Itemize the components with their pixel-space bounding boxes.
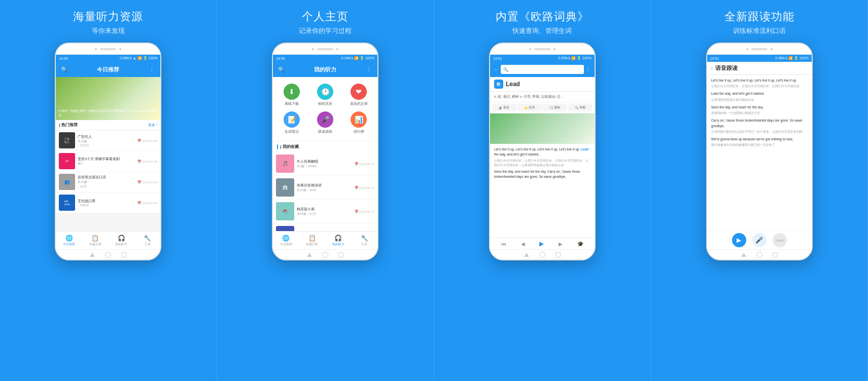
player-play-icon[interactable]: ▶ (539, 240, 544, 247)
nav-tools-1[interactable]: 🔧 工具 (134, 235, 161, 247)
grid-favorites[interactable]: ❤ 喜欢的文章 (342, 81, 375, 109)
dict-actions: 🔊 发音 ⭐ 生词 📋 复制 🔍 详细 (490, 102, 595, 113)
list-item-3[interactable]: talkshow 艾伦脱口秀 ↓ 93022 📅 2015-10-23 (56, 193, 160, 213)
status-bar-2: 14:50 0.18K/s 📶 🔋 100% (273, 55, 377, 62)
back-arrow-4[interactable]: ‹ (711, 66, 713, 71)
lyrics-3: Let's live it up, Let's live it up, Let'… (490, 144, 595, 238)
speaker-bar (100, 48, 116, 50)
grid-rank[interactable]: 📊 排行榜 (342, 109, 375, 137)
banner-1: 忙碌的一周接近尾声，跟随欢乐的音乐尽情舞动吧！——Live It Up 极情欢乐 (56, 77, 160, 120)
coll-item-3[interactable]: IELTS 剑桥雅思听力全真试题 10（大陆版） (273, 223, 377, 231)
phone-4-top-bar (707, 44, 812, 55)
favorites-circle: ❤ (351, 84, 367, 100)
player-controls-3: ⏮ ◀ ▶ ▶ 🎓 (490, 238, 595, 249)
play-btn-4[interactable]: ▶ (732, 233, 746, 247)
sensor-dot-2 (336, 48, 338, 50)
nav-category-1[interactable]: 📋 专题分类 (82, 235, 109, 247)
home-btn-2[interactable] (322, 252, 328, 258)
more-btn-4[interactable]: more (773, 233, 787, 247)
grid-followread[interactable]: 🎤 跟读训练 (308, 109, 342, 137)
back-btn-2[interactable] (307, 253, 312, 257)
vocab-btn[interactable]: ⭐ 生词 (517, 104, 542, 111)
more-icon-2[interactable]: ⋮ (364, 66, 373, 73)
player-back-icon[interactable]: ◀ (521, 241, 525, 247)
panel-1-title: 海量听力资源 (73, 9, 143, 24)
grid-download[interactable]: ⬇ 离线下载 (275, 81, 308, 109)
search-icon-2[interactable]: 🔍 (277, 66, 286, 73)
phone-2-hw-bar (273, 249, 377, 259)
copy-btn[interactable]: 📋 复制 (543, 104, 567, 111)
item-title-2: 必背英文面试口语 (78, 175, 135, 180)
nav-today-2[interactable]: 🌐 今日推荐 (273, 235, 299, 247)
recent-btn-3[interactable] (555, 252, 561, 257)
phone-4-content: Let's live it up, Let's live it up, Let'… (707, 75, 812, 249)
status-time-3: 14:51 (493, 57, 502, 60)
recent-btn-1[interactable] (121, 252, 126, 257)
highlighted-word: Lead (581, 147, 588, 151)
panel-1: 海量听力资源 等你来发现 14:49 0.09K/s ▲ 📶 🔋 100% 🔍 … (0, 0, 217, 381)
home-btn-4[interactable] (756, 252, 762, 258)
lyric-line-3-1: 让我们今天尽情狂欢，让我们今天尽情狂欢，让我们今天尽情狂欢，让我们今天尽情狂欢，… (494, 159, 591, 168)
followread-controls: ▶ 🎤 more (707, 231, 812, 249)
item-count-2: ↓ 25万 (78, 184, 135, 189)
phone-2-content: ⬇ 离线下载 🕐 收听历史 ❤ 喜欢的文章 📝 生词笔记 (273, 77, 377, 231)
phone-2-top-bar (273, 44, 377, 55)
coll-item-0[interactable]: 🎵 牛人经典翻唱 共2篇 ↓ 20508 📅 2015-08-27 (273, 152, 377, 176)
panel-2: 个人主页 记录你的学习过程 14:50 0.18K/s 📶 🔋 100% 🔍 我… (217, 0, 434, 381)
more-icon-1[interactable]: ⋮ (147, 66, 156, 73)
coll-count-1: 共20篇 ↓ 3030 (297, 188, 352, 193)
player-cap-icon[interactable]: 🎓 (577, 241, 583, 247)
pronounce-btn[interactable]: 🔊 发音 (492, 104, 516, 111)
thumb-2: 👥 (59, 174, 75, 190)
list-item-1[interactable]: EF 坚持1个月 用梯字幕看美剧 推广 📅 2015-10-26 (56, 151, 160, 172)
grid-notes[interactable]: 📝 生词笔记 (275, 109, 308, 137)
recent-btn-4[interactable] (773, 252, 778, 257)
coll-title-1: 布莱尔首相演讲 (297, 183, 352, 188)
phone-4-hw-bar (707, 249, 812, 259)
nav-tools-2[interactable]: 🔧 工具 (352, 235, 378, 247)
back-icon-3[interactable]: ← (494, 67, 499, 72)
status-bar-1: 14:49 0.09K/s ▲ 📶 🔋 100% (56, 55, 160, 62)
player-forward-icon[interactable]: ▶ (559, 241, 563, 247)
collection-header: | 我的收藏 (273, 141, 377, 152)
nav-listen-label-2: 我的听力 (332, 242, 344, 247)
list-item-0[interactable]: 广告狂人 广告狂人 共20篇 ↓ 13770 📅 2015-10-26 (56, 130, 160, 151)
coll-info-2: 精灵鼠小弟 共64篇 ↓ 61万 (297, 207, 352, 216)
section-title-1: | 热门推荐 (59, 122, 77, 128)
nav-globe-icon-1: 🌐 (65, 235, 73, 242)
coll-item-1[interactable]: 👔 布莱尔首相演讲 共20篇 ↓ 3030 📅 2015-08-27 (273, 176, 377, 200)
nav-category-2[interactable]: 📋 专题分类 (299, 235, 326, 247)
search-icon-1[interactable]: 🔍 (60, 66, 69, 73)
item-sub-1: 推广 (78, 162, 135, 166)
mic-btn-4[interactable]: 🎤 (752, 233, 767, 247)
home-btn-3[interactable] (539, 252, 545, 258)
section-bar (277, 144, 278, 149)
coll-thumb-0: 🎵 (276, 155, 294, 173)
coll-thumb-1: 👔 (276, 178, 294, 197)
bottom-nav-2: 🌐 今日推荐 📋 专题分类 🎧 我的听力 🔧 工具 (273, 231, 377, 249)
app-title-2: 我的听力 (286, 66, 364, 73)
home-btn-1[interactable] (105, 252, 111, 258)
back-btn-1[interactable] (90, 253, 95, 257)
phone-1-top-bar (56, 44, 160, 55)
app-header-2: 🔍 我的听力 ⋮ (273, 62, 377, 77)
recent-btn-2[interactable] (338, 252, 343, 257)
grid-history[interactable]: 🕐 收听历史 (308, 81, 342, 109)
coll-item-2[interactable]: 📚 精灵鼠小弟 共64篇 ↓ 61万 📅 2015-08-27 (273, 200, 377, 223)
detail-btn[interactable]: 🔍 详细 (568, 104, 593, 111)
back-btn-4[interactable] (741, 253, 746, 257)
item-date-2: 📅 2015-10-23 (137, 180, 157, 184)
search-bar-3[interactable]: 🔍 (501, 65, 584, 74)
panel-1-subtitle: 等你来发现 (92, 26, 125, 35)
phone-4: 14:51 0.38K/s 📶 🔋 100% ‹ 语音跟读 Let's live… (706, 43, 813, 260)
player-rewind-icon[interactable]: ⏮ (501, 241, 506, 247)
list-item-2[interactable]: 👥 必背英文面试口语 共20篇 ↓ 25万 📅 2015-10-23 (56, 172, 160, 193)
back-btn-3[interactable] (524, 253, 529, 257)
status-time-4: 14:51 (710, 57, 719, 60)
nav-listen-2[interactable]: 🎧 我的听力 (325, 235, 352, 247)
nav-listen-1[interactable]: 🎧 我的听力 (108, 235, 134, 247)
lyric-4-0-en: Let's live it up, Let's live it up, Let'… (711, 78, 808, 83)
section-more-1[interactable]: 更多 › (148, 123, 157, 128)
nav-today-1[interactable]: 🌐 今日推荐 (56, 235, 82, 247)
more-icon-3[interactable]: ⋮ (586, 67, 591, 72)
